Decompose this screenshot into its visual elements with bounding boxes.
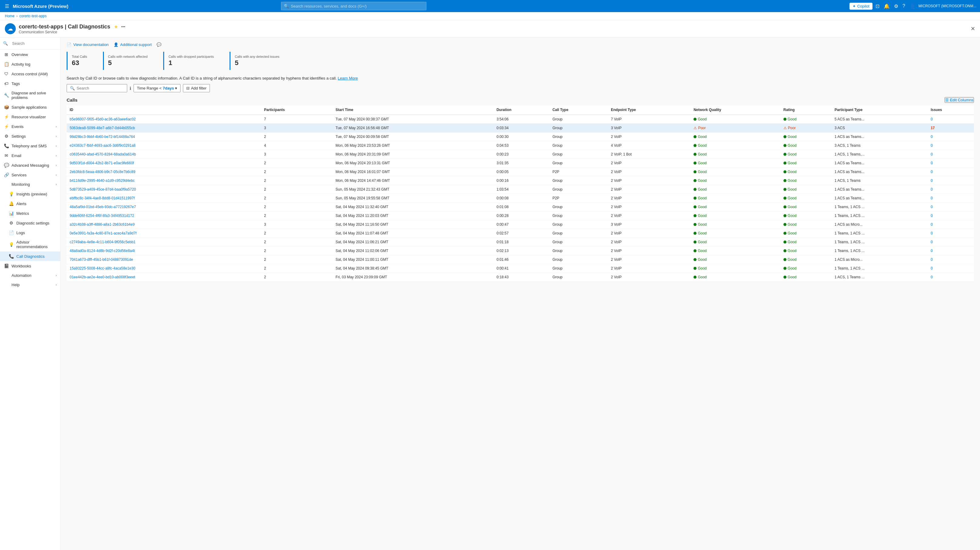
cell-id[interactable]: ebffbc8c-34f4-4ae8-8dd8-01d41511997f (67, 194, 261, 203)
call-id-link[interactable]: 5d873529-a409-45ce-87d4-baa0f9a5720 (70, 187, 136, 192)
feedback-button[interactable]: 💬 (157, 42, 161, 47)
call-id-link[interactable]: 48a5af9d-01bd-45eb-93dc-a77219267e7 (70, 205, 136, 209)
sidebar-item-settings[interactable]: ⚙Settings› (0, 131, 60, 141)
col-issues[interactable]: Issues (928, 105, 974, 115)
cell-id[interactable]: 15a93225-5008-44cc-a8fc-4aca58e1e30 (67, 264, 261, 273)
global-search-input[interactable] (291, 4, 424, 8)
cell-id[interactable]: 48a8ad0a-8124-4d8b-9d2f-c20d56e8a4t (67, 247, 261, 255)
call-search-box[interactable]: 🔍 (67, 84, 127, 92)
call-id-link[interactable]: b5e96007-5f05-45d0-ac36-a63aee6ac02 (70, 117, 136, 121)
close-icon[interactable]: ✕ (970, 25, 975, 32)
table-row[interactable]: 7041a673-dfff-45b1-b61f-048873091de 2 Sa… (67, 255, 974, 264)
additional-support-button[interactable]: 👤 Additional support (114, 42, 152, 47)
add-filter-button[interactable]: ⊟ Add filter (183, 84, 210, 92)
call-id-link[interactable]: 98d28bc3-9bbf-4b60-be72-bf14488a764 (70, 135, 135, 139)
help-icon[interactable]: ? (901, 2, 907, 10)
col-rating[interactable]: Rating (780, 105, 832, 115)
cell-id[interactable]: 9dde606f-6254-4f6f-8fa3-34f49531d172 (67, 211, 261, 220)
cell-id[interactable]: e24363c7-fbbf-4693-aac6-3d6f9c0291a8 (67, 141, 261, 150)
call-id-link[interactable]: 9dde606f-6254-4f6f-8fa3-34f49531d172 (70, 214, 134, 218)
sidebar-item-advisor-rec[interactable]: 💡Advisor recommendations (0, 238, 60, 251)
call-id-link[interactable]: 48a8ad0a-8124-4d8b-9d2f-c20d56e8a4t (70, 249, 135, 253)
sidebar-item-insights[interactable]: 💡Insights (preview) (0, 189, 60, 199)
sidebar-search-input[interactable] (10, 40, 57, 47)
view-doc-button[interactable]: 📄 View documentation (67, 42, 109, 47)
breadcrumb-resource[interactable]: corertc-test-apps (19, 14, 47, 18)
cell-id[interactable]: 01ee442b-ae2e-4ee0-bd10-ab008f3eeet (67, 273, 261, 282)
cell-id[interactable]: 9d503f1d-d004-42b2-8b71-e0ac9fe660f (67, 159, 261, 168)
sidebar-item-email[interactable]: ✉Email› (0, 151, 60, 160)
table-row[interactable]: 98d28bc3-9bbf-4b60-be72-bf14488a764 2 Tu… (67, 133, 974, 141)
cell-id[interactable]: 0e5e3991-fa3a-4c80-87e1-acec4a7a9d7f (67, 229, 261, 238)
sidebar-item-tags[interactable]: 🏷Tags (0, 79, 60, 88)
call-id-link[interactable]: e24363c7-fbbf-4693-aac6-3d6f9c0291a8 (70, 143, 136, 147)
cell-id[interactable]: 2eb3fdc8-5eaa-4806-b9c7-05c8e7b6c89 (67, 168, 261, 176)
table-row[interactable]: b4116d9e-2995-4640-a1d9-c9529d4ebc 2 Mon… (67, 176, 974, 185)
sidebar-item-call-diag[interactable]: 📞Call Diagnostics (0, 251, 60, 261)
col-start-time[interactable]: Start Time (332, 105, 493, 115)
col-endpoint-type[interactable]: Endpoint Type (608, 105, 690, 115)
table-row[interactable]: 48a5af9d-01bd-45eb-93dc-a77219267e7 2 Sa… (67, 203, 974, 211)
sidebar-item-telephony[interactable]: 📞Telephony and SMS› (0, 141, 60, 151)
cell-id[interactable]: 5063dea8-5099-48e7-a6b7-0d44b055cb (67, 124, 261, 133)
sidebar-item-overview[interactable]: ⊞Overview (0, 50, 60, 59)
cell-id[interactable]: b5e96007-5f05-45d0-ac36-a63aee6ac02 (67, 115, 261, 124)
table-row[interactable]: c2749aba-4e8e-4c11-b604-9f056c5ebb1 2 Sa… (67, 238, 974, 247)
sidebar-item-sample-apps[interactable]: 📦Sample applications (0, 102, 60, 112)
bell-icon[interactable]: 🔔 (883, 2, 891, 10)
call-id-link[interactable]: 2eb3fdc8-5eaa-4806-b9c7-05c8e7b6c89 (70, 170, 135, 174)
cell-id[interactable]: b4116d9e-2995-4640-a1d9-c9529d4ebc (67, 176, 261, 185)
call-id-link[interactable]: 01ee442b-ae2e-4ee0-bd10-ab008f3eeet (70, 275, 135, 279)
sidebar-item-alerts[interactable]: 🔔Alerts (0, 199, 60, 208)
table-row[interactable]: 9d503f1d-d004-42b2-8b71-e0ac9fe660f 2 Mo… (67, 159, 974, 168)
sidebar-item-monitoring[interactable]: Monitoring› (0, 180, 60, 189)
call-id-link[interactable]: c0635440-afad-4570-8284-68ada0a614b (70, 152, 136, 156)
table-row[interactable]: 0e5e3991-fa3a-4c80-87e1-acec4a7a9d7f 2 S… (67, 229, 974, 238)
cell-id[interactable]: c2749aba-4e8e-4c11-b604-9f056c5ebb1 (67, 238, 261, 247)
sidebar-item-events[interactable]: ⚡Events› (0, 122, 60, 131)
sidebar-search-bar[interactable]: 🔍 (0, 38, 60, 50)
sidebar-item-logs[interactable]: 📄Logs (0, 228, 60, 238)
sidebar-item-metrics[interactable]: 📊Metrics (0, 208, 60, 218)
call-id-link[interactable]: 0e5e3991-fa3a-4c80-87e1-acec4a7a9d7f (70, 231, 137, 235)
settings-icon[interactable]: ⚙ (893, 2, 899, 10)
sidebar-item-workbooks[interactable]: 📓Workbooks (0, 261, 60, 271)
cell-id[interactable]: c0635440-afad-4570-8284-68ada0a614b (67, 150, 261, 159)
col-participants[interactable]: Participants (261, 105, 332, 115)
call-id-link[interactable]: 9d503f1d-d004-42b2-8b71-e0ac9fe660f (70, 161, 134, 165)
sidebar-item-automation[interactable]: Automation› (0, 271, 60, 280)
info-icon[interactable]: ℹ (130, 86, 131, 91)
cell-id[interactable]: 5d873529-a409-45ce-87d4-baa0f9a5720 (67, 185, 261, 194)
screen-icon[interactable]: ⊡ (874, 2, 881, 10)
hamburger-icon[interactable]: ☰ (4, 2, 10, 10)
sidebar-item-diagnose[interactable]: 🔧Diagnose and solve problems (0, 88, 60, 102)
table-row[interactable]: ebffbc8c-34f4-4ae8-8dd8-01d41511997f 2 S… (67, 194, 974, 203)
col-participant-type[interactable]: Participant Type (832, 105, 928, 115)
cell-id[interactable]: 98d28bc3-9bbf-4b60-be72-bf14488a764 (67, 133, 261, 141)
col-network-quality[interactable]: Network Quality (690, 105, 780, 115)
call-id-link[interactable]: 7041a673-dfff-45b1-b61f-048873091de (70, 257, 133, 262)
breadcrumb-home[interactable]: Home (5, 14, 14, 18)
sidebar-item-resource-visualizer[interactable]: ⚡Resource visualizer (0, 112, 60, 122)
sidebar-item-adv-messaging[interactable]: 💬Advanced Messaging› (0, 160, 60, 170)
sidebar-item-diag-settings[interactable]: ⚙Diagnostic settings (0, 218, 60, 228)
table-row[interactable]: 48a8ad0a-8124-4d8b-9d2f-c20d56e8a4t 2 Sa… (67, 247, 974, 255)
resource-more-icon[interactable]: ••• (121, 24, 126, 29)
copilot-button[interactable]: ✦ Copilot (850, 3, 872, 10)
table-row[interactable]: 15a93225-5008-44cc-a8fc-4aca58e1e30 2 Sa… (67, 264, 974, 273)
global-search-bar[interactable]: 🔍 (281, 2, 426, 10)
table-row[interactable]: a32c4b38-a3ff-4886-a8a1-2b63c61b4e9 3 Sa… (67, 220, 974, 229)
call-search-input[interactable] (76, 86, 124, 90)
cell-id[interactable]: 48a5af9d-01bd-45eb-93dc-a77219267e7 (67, 203, 261, 211)
call-id-link[interactable]: 15a93225-5008-44cc-a8fc-4aca58e1e30 (70, 266, 135, 271)
table-row[interactable]: 5d873529-a409-45ce-87d4-baa0f9a5720 2 Su… (67, 185, 974, 194)
sidebar-item-activity-log[interactable]: 📋Activity log (0, 59, 60, 69)
resource-star-icon[interactable]: ★ (114, 24, 118, 30)
cell-id[interactable]: 7041a673-dfff-45b1-b61f-048873091de (67, 255, 261, 264)
call-id-link[interactable]: b4116d9e-2995-4640-a1d9-c9529d4ebc (70, 179, 135, 183)
table-row[interactable]: c0635440-afad-4570-8284-68ada0a614b 3 Mo… (67, 150, 974, 159)
sidebar-item-access-control[interactable]: 🛡Access control (IAM) (0, 69, 60, 79)
learn-more-link[interactable]: Learn More (338, 76, 358, 81)
time-range-button[interactable]: Time Range < 7days ▾ (134, 84, 180, 92)
col-id[interactable]: ID (67, 105, 261, 115)
